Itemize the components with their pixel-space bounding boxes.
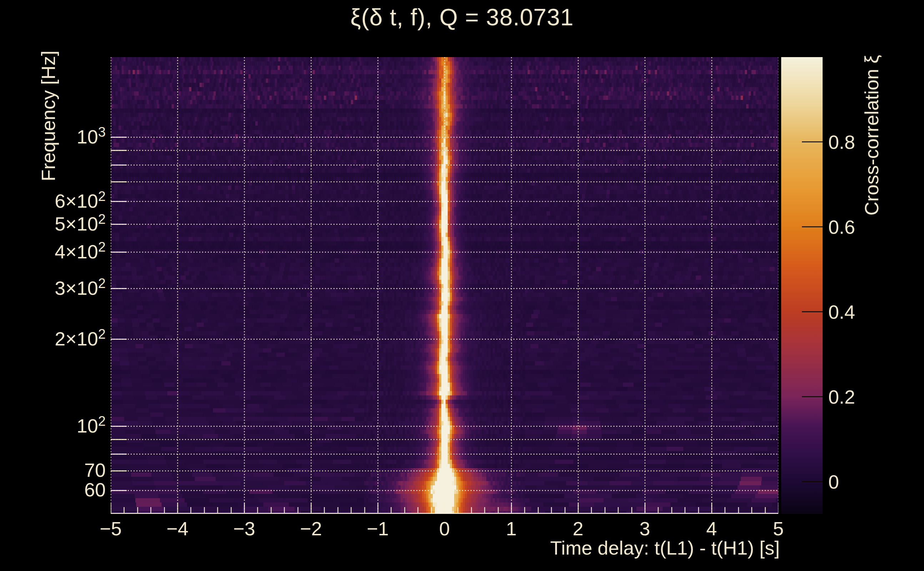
y-tick-label: 3×102 <box>55 276 106 299</box>
y-tick-label: 2×102 <box>55 327 106 350</box>
x-tick-label: 4 <box>706 517 717 540</box>
colorbar-tick <box>802 311 823 312</box>
colorbar-tick <box>802 226 823 227</box>
y-tick-label: 60 <box>84 478 106 500</box>
y-tick-label: 5×102 <box>55 211 106 235</box>
colorbar-tick <box>802 141 823 142</box>
x-tick-label: −2 <box>300 517 322 540</box>
heatmap-canvas <box>111 57 778 514</box>
x-tick-label: −5 <box>100 517 122 540</box>
x-tick-label: −1 <box>367 517 389 540</box>
x-axis-title: Time delay: t(L1) - t(H1) [s] <box>550 537 780 559</box>
x-tick-label: 1 <box>506 517 517 540</box>
colorbar-title: Cross-correlation ξ <box>861 57 883 216</box>
chart-title: ξ(δ t, f), Q = 38.0731 <box>0 3 924 31</box>
colorbar-tick-label: 0.4 <box>828 301 855 323</box>
x-tick-label: 3 <box>640 517 650 540</box>
x-tick-label: −4 <box>166 517 189 540</box>
colorbar-tick-label: 0.2 <box>828 386 855 408</box>
y-tick-label: 6×102 <box>55 189 106 212</box>
figure: ξ(δ t, f), Q = 38.0731 Frequency [Hz] Ti… <box>0 0 924 571</box>
y-tick-label: 103 <box>77 125 106 148</box>
y-tick-label: 102 <box>77 414 106 437</box>
colorbar-tick <box>802 396 823 397</box>
x-tick-label: 2 <box>573 517 583 540</box>
y-tick-label: 70 <box>84 459 106 481</box>
y-axis-title: Frequency [Hz] <box>37 57 59 181</box>
y-tick-label: 4×102 <box>55 239 106 263</box>
colorbar-tick-label: 0 <box>828 471 839 493</box>
x-tick-label: 0 <box>439 517 450 540</box>
colorbar <box>781 57 823 514</box>
colorbar-tick-label: 0.8 <box>828 131 855 153</box>
colorbar-tick-label: 0.6 <box>828 216 855 238</box>
x-tick-label: 5 <box>773 517 784 540</box>
colorbar-tick <box>802 481 823 482</box>
x-tick-label: −3 <box>233 517 255 540</box>
